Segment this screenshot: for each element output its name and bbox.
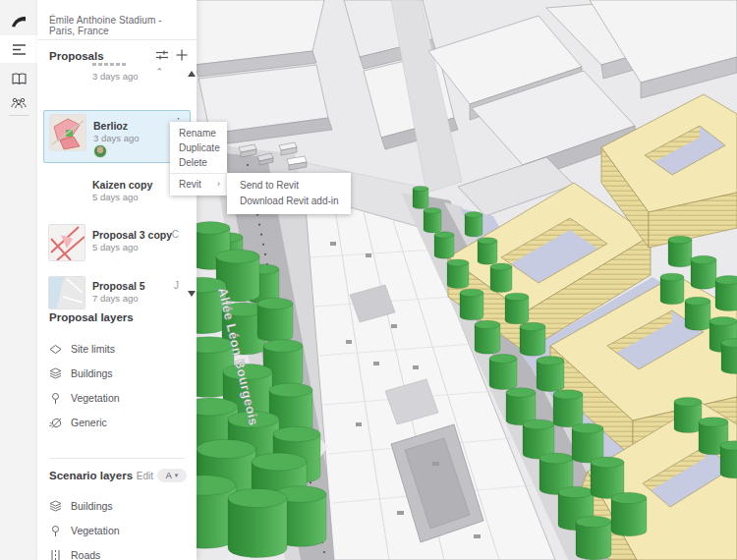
proposal-name: Kaizen copy xyxy=(92,179,152,191)
proposal-time: 5 days ago xyxy=(92,192,138,202)
menu-item-send-to-revit[interactable]: Send to Revit xyxy=(227,178,351,194)
people-icon xyxy=(11,96,27,109)
layer-label: Buildings xyxy=(71,367,113,379)
layer-generic[interactable]: 2 Generic xyxy=(49,413,187,432)
app-window: Allée Léon Bourgeois xyxy=(0,0,737,560)
scenario-layer-roads[interactable]: Roads xyxy=(49,545,187,560)
collapse-caret-icon[interactable]: ⌃ xyxy=(155,67,163,77)
vegetation-layer-icon xyxy=(49,525,62,537)
proposal-name: Proposal 5 xyxy=(92,280,145,292)
svg-text:2: 2 xyxy=(49,421,52,427)
scenario-layers-header: Scenario layers xyxy=(49,470,133,481)
scroll-up-icon[interactable] xyxy=(188,71,196,77)
buildings-layer-icon xyxy=(49,500,62,513)
proposal-row[interactable]: Proposal 5 7 days ago J xyxy=(43,273,191,312)
proposal-thumbnail xyxy=(48,276,85,309)
proposal-row[interactable]: Kaizen copy 5 days ago xyxy=(43,173,191,214)
menu-item-delete[interactable]: Delete xyxy=(170,155,227,170)
scenario-layer-vegetation[interactable]: Vegetation xyxy=(49,521,187,540)
rail-item-proposals[interactable] xyxy=(0,35,37,63)
menu-separator xyxy=(170,173,227,174)
buildings-layer-icon xyxy=(49,367,62,380)
proposal-row-clipped[interactable]: 3 days ago ⌃ xyxy=(43,59,191,100)
proposal-time: 7 days ago xyxy=(92,293,138,304)
divider xyxy=(37,39,197,40)
proposal-row[interactable]: Proposal 3 copy 5 days ago C xyxy=(43,221,191,266)
edit-scenario-link[interactable]: Edit xyxy=(137,471,153,481)
proposal-thumbnail xyxy=(48,224,85,261)
layer-label: Buildings xyxy=(71,500,113,512)
proposal-name: Proposal 3 copy xyxy=(92,229,172,241)
clipped-proposal-name xyxy=(92,63,126,66)
chevron-down-icon: ▾ xyxy=(175,472,179,479)
proposal-thumbnail xyxy=(49,114,86,151)
vegetation-layer-icon xyxy=(49,392,62,405)
proposals-panel: Émile Anthoine Stadium - Paris, France P… xyxy=(37,0,197,560)
site-limits-icon xyxy=(49,343,62,356)
scenario-selector[interactable]: A ▾ xyxy=(157,469,187,482)
project-title: Émile Anthoine Stadium - Paris, France xyxy=(49,15,189,36)
generic-layer-icon: 2 xyxy=(49,417,62,429)
book-icon xyxy=(12,73,27,85)
proposal-layers-header: Proposal layers xyxy=(49,311,134,323)
menu-item-revit[interactable]: Revit › xyxy=(170,177,227,192)
layer-vegetation[interactable]: Vegetation xyxy=(49,388,187,408)
menu-item-label: Revit xyxy=(179,177,201,192)
layer-label: Generic xyxy=(71,417,107,428)
rail-divider xyxy=(9,115,28,116)
proposal-time: 3 days ago xyxy=(93,133,139,143)
owner-initial: C xyxy=(172,229,179,240)
scenario-badge: A xyxy=(166,471,172,480)
forma-logo-icon xyxy=(9,12,28,31)
proposal-time: 5 days ago xyxy=(92,242,138,252)
proposal-row-selected[interactable]: Berlioz 3 days ago ⋮ xyxy=(43,110,191,163)
menu-item-download-revit-addin[interactable]: Download Revit add-in xyxy=(227,194,351,209)
menu-item-rename[interactable]: Rename xyxy=(170,126,227,140)
divider xyxy=(49,458,185,459)
roads-layer-icon xyxy=(49,549,62,560)
proposal-name: Berlioz xyxy=(93,120,128,132)
forma-logo[interactable] xyxy=(0,8,37,35)
revit-submenu: Send to Revit Download Revit add-in xyxy=(227,173,351,214)
avatar xyxy=(93,144,107,158)
layer-label: Vegetation xyxy=(71,525,120,536)
menu-item-duplicate[interactable]: Duplicate xyxy=(170,140,227,155)
scenario-layer-buildings[interactable]: Buildings xyxy=(49,496,187,516)
scroll-down-icon[interactable] xyxy=(188,291,196,297)
layer-label: Site limits xyxy=(71,343,115,355)
context-menu: Rename Duplicate Delete Revit › xyxy=(170,122,227,196)
layer-label: Vegetation xyxy=(71,392,120,404)
chevron-right-icon: › xyxy=(217,177,220,192)
proposals-list-icon xyxy=(12,43,27,56)
layer-buildings[interactable]: Buildings xyxy=(49,364,187,383)
layer-label: Roads xyxy=(71,549,100,560)
icon-rail xyxy=(0,0,37,560)
rail-item-collaboration[interactable] xyxy=(0,88,37,116)
proposal-time: 3 days ago xyxy=(92,71,138,82)
owner-initial: J xyxy=(174,280,179,291)
layer-site-limits[interactable]: Site limits xyxy=(49,339,187,359)
